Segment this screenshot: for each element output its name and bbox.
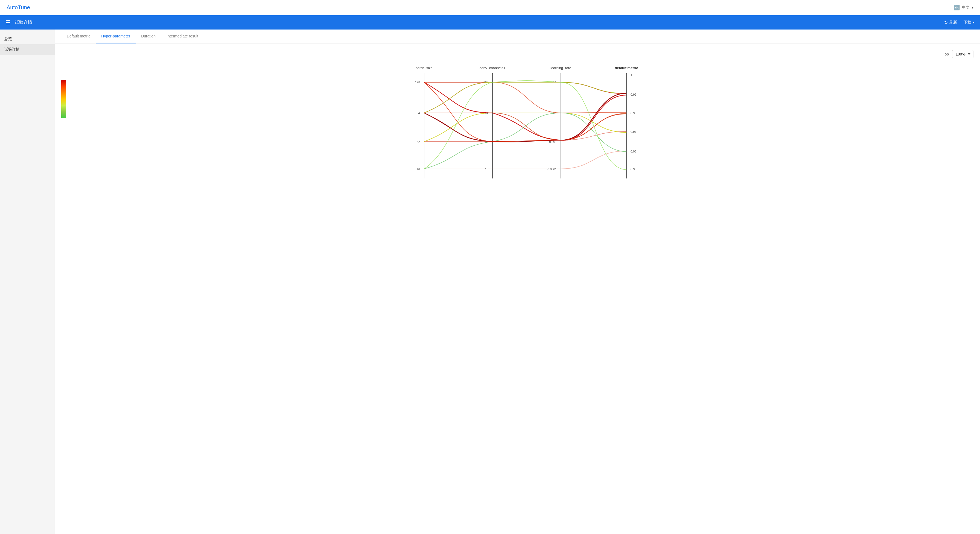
svg-text:default metric: default metric xyxy=(615,66,638,70)
menu-icon[interactable]: ☰ xyxy=(5,19,10,26)
lang-dropdown-icon[interactable]: ▾ xyxy=(972,6,974,10)
top-control: Top 10% 20% 50% 100% xyxy=(61,50,974,58)
svg-text:0.97: 0.97 xyxy=(630,130,636,134)
chart-container: batch_size conv_channels1 learning_rate … xyxy=(61,64,974,191)
translate-icon: 🔤 xyxy=(954,5,960,11)
download-button[interactable]: 下载 ▾ xyxy=(964,20,975,25)
app-bar: AutoTune 🔤 中文 ▾ xyxy=(0,0,980,15)
tab-duration[interactable]: Duration xyxy=(135,30,161,43)
top-label: Top xyxy=(943,52,949,56)
svg-text:128: 128 xyxy=(415,81,420,84)
svg-text:0.98: 0.98 xyxy=(630,111,636,115)
sidebar-item-overview[interactable]: 总览 xyxy=(0,34,55,44)
main-content: Default metric Hyper-parameter Duration … xyxy=(55,30,980,534)
svg-text:16: 16 xyxy=(417,167,420,171)
download-dropdown-icon: ▾ xyxy=(973,21,975,24)
download-label: 下载 xyxy=(964,20,971,25)
sidebar-item-trial-detail[interactable]: 试验详情 xyxy=(0,44,55,55)
top-select[interactable]: 10% 20% 50% 100% xyxy=(952,50,974,58)
chart-area: Top 10% 20% 50% 100% batch xyxy=(55,43,980,197)
svg-text:0.99: 0.99 xyxy=(630,93,636,96)
parallel-chart: batch_size conv_channels1 learning_rate … xyxy=(72,64,974,191)
tab-intermediate-result[interactable]: Intermediate result xyxy=(161,30,204,43)
svg-text:0.95: 0.95 xyxy=(630,167,636,171)
parallel-svg: batch_size conv_channels1 learning_rate … xyxy=(72,64,974,189)
svg-text:0.0001: 0.0001 xyxy=(547,167,557,171)
refresh-icon: ↻ xyxy=(944,20,948,25)
svg-text:16: 16 xyxy=(485,167,488,171)
svg-text:1: 1 xyxy=(630,73,632,76)
tab-bar: Default metric Hyper-parameter Duration … xyxy=(55,30,980,43)
svg-text:0.96: 0.96 xyxy=(630,150,636,153)
secondary-bar: ☰ 试验详情 ↻ 刷新 下载 ▾ xyxy=(0,15,980,30)
svg-text:32: 32 xyxy=(417,140,420,143)
tab-hyper-parameter[interactable]: Hyper-parameter xyxy=(96,30,135,43)
svg-text:64: 64 xyxy=(417,111,420,115)
lang-switcher[interactable]: 🔤 中文 ▾ xyxy=(954,5,974,11)
app-title: AutoTune xyxy=(6,4,30,11)
svg-text:batch_size: batch_size xyxy=(415,66,433,70)
color-bar xyxy=(61,80,66,118)
secondary-actions: ↻ 刷新 下载 ▾ xyxy=(944,20,975,25)
tab-default-metric[interactable]: Default metric xyxy=(61,30,96,43)
lang-label: 中文 xyxy=(962,5,970,10)
refresh-button[interactable]: ↻ 刷新 xyxy=(944,20,957,25)
color-legend xyxy=(61,80,66,118)
page-title: 试验详情 xyxy=(15,20,940,25)
refresh-label: 刷新 xyxy=(950,20,957,25)
svg-text:conv_channels1: conv_channels1 xyxy=(480,66,505,70)
svg-text:learning_rate: learning_rate xyxy=(550,66,571,70)
main-layout: 总览 试验详情 Default metric Hyper-parameter D… xyxy=(0,30,980,534)
sidebar: 总览 试验详情 xyxy=(0,30,55,534)
